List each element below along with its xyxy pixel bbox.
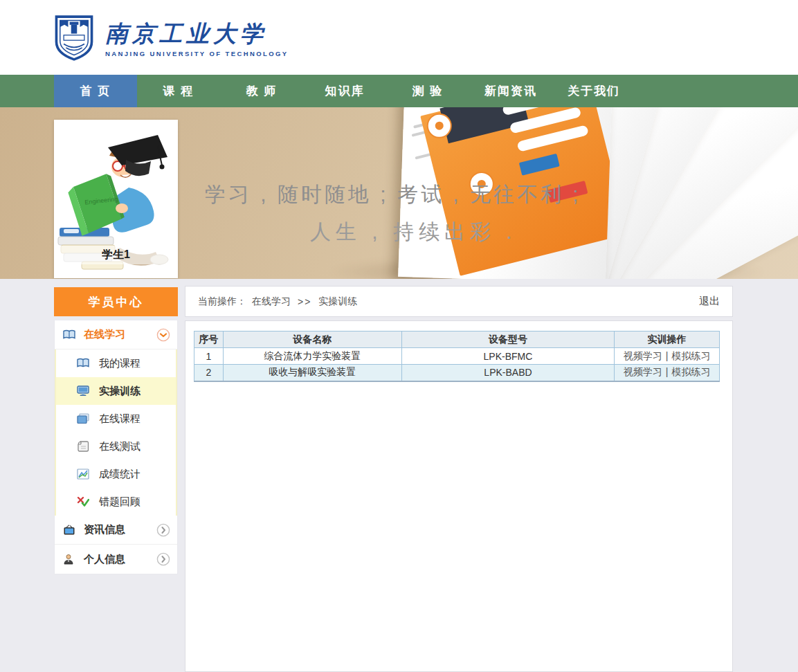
chevron-right-icon[interactable] — [156, 552, 170, 566]
sidebar-item-label: 在线学习 — [84, 328, 125, 341]
sidebar-item-online-courses[interactable]: 在线课程 — [56, 405, 176, 433]
wrong-answer-review-icon — [77, 496, 89, 507]
nav-item-knowledge[interactable]: 知识库 — [303, 75, 386, 107]
university-name-en: NANJING UNIVERSITY OF TECHNOLOGY — [105, 50, 289, 57]
breadcrumb: 当前操作： 在线学习 >> 实操训练 退出 — [185, 286, 733, 317]
site-header: 南京工业大学 NANJING UNIVERSITY OF TECHNOLOGY — [0, 0, 798, 75]
student-name-label: 学生1 — [54, 246, 178, 264]
windows-icon — [77, 413, 89, 424]
sidebar-title[interactable]: 学员中心 — [54, 287, 178, 316]
hero-banner: 学习 , 随时随地 ; 考试 , 无往不利 ; 人生 , 持续出彩 . — [0, 107, 798, 279]
video-study-link[interactable]: 视频学习 — [624, 366, 662, 377]
breadcrumb-prefix: 当前操作： — [198, 296, 246, 308]
cell-operations: 视频学习|模拟练习 — [615, 348, 720, 365]
university-shield-icon — [54, 15, 94, 61]
university-logo: 南京工业大学 NANJING UNIVERSITY OF TECHNOLOGY — [54, 15, 289, 61]
sidebar-item-wrong-questions[interactable]: 错题回顾 — [56, 488, 176, 516]
online-study-submenu: 我的课程 实操训练 在线课程 — [55, 349, 177, 516]
book-icon — [63, 329, 75, 340]
mini-login-button — [519, 154, 560, 176]
action-separator: | — [666, 350, 669, 361]
sidebar-item-my-courses[interactable]: 我的课程 — [56, 349, 176, 377]
cell-no: 1 — [194, 348, 224, 365]
sidebar-item-news-info[interactable]: 资讯信息 — [55, 516, 177, 545]
content-panel: 序号 设备名称 设备型号 实训操作 1 综合流体力学实验装置 LPK-BFMC … — [185, 320, 733, 672]
sidebar-item-label: 在线课程 — [99, 412, 140, 426]
logout-button[interactable]: 退出 — [699, 295, 720, 308]
cell-device-model: LPK-BABD — [401, 365, 614, 381]
nav-item-news[interactable]: 新闻资讯 — [469, 75, 552, 107]
table-row: 1 综合流体力学实验装置 LPK-BFMC 视频学习|模拟练习 — [194, 348, 720, 365]
nav-item-courses[interactable]: 课 程 — [137, 75, 220, 107]
banner-slogan-line2: 人生 , 持续出彩 . — [310, 218, 517, 246]
chevron-down-icon[interactable] — [156, 328, 170, 342]
col-header-operations: 实训操作 — [615, 332, 720, 348]
breadcrumb-page: 实操训练 — [318, 296, 357, 308]
tv-icon — [63, 525, 75, 536]
sidebar-item-label: 在线测试 — [99, 440, 140, 453]
video-study-link[interactable]: 视频学习 — [624, 350, 662, 361]
chart-icon — [77, 469, 89, 480]
student-card: Engineering 学生1 — [54, 120, 178, 278]
sidebar-item-score-stats[interactable]: 成绩统计 — [56, 460, 176, 488]
sidebar: 学员中心 在线学习 我的课程 — [54, 287, 178, 574]
nav-item-about[interactable]: 关于我们 — [552, 75, 635, 107]
breadcrumb-separator: >> — [298, 296, 311, 307]
sidebar-item-personal-info[interactable]: 个人信息 — [55, 545, 177, 574]
simulation-practice-link[interactable]: 模拟练习 — [671, 350, 710, 361]
sidebar-item-label: 成绩统计 — [99, 468, 140, 481]
sidebar-item-label: 错题回顾 — [99, 496, 140, 509]
sidebar-item-label: 个人信息 — [84, 553, 125, 566]
main-nav: 首 页 课 程 教 师 知识库 测 验 新闻资讯 关于我们 — [0, 75, 798, 107]
cell-device-name: 综合流体力学实验装置 — [223, 348, 401, 365]
chevron-right-icon[interactable] — [156, 523, 170, 537]
col-header-device-name: 设备名称 — [223, 332, 401, 348]
cell-operations: 视频学习|模拟练习 — [615, 365, 720, 381]
sidebar-item-practical-training[interactable]: 实操训练 — [56, 377, 176, 405]
table-header-row: 序号 设备名称 设备型号 实训操作 — [194, 332, 720, 348]
nav-item-home[interactable]: 首 页 — [54, 75, 137, 107]
device-table: 序号 设备名称 设备型号 实训操作 1 综合流体力学实验装置 LPK-BFMC … — [194, 331, 720, 382]
col-header-no: 序号 — [194, 332, 224, 348]
table-row: 2 吸收与解吸实验装置 LPK-BABD 视频学习|模拟练习 — [194, 365, 720, 381]
nav-item-teachers[interactable]: 教 师 — [220, 75, 303, 107]
nav-item-tests[interactable]: 测 验 — [386, 75, 469, 107]
scroll-icon — [77, 441, 89, 452]
cell-no: 2 — [194, 365, 224, 381]
sidebar-item-label: 资讯信息 — [84, 523, 125, 536]
cell-device-model: LPK-BFMC — [401, 348, 614, 365]
person-icon — [63, 554, 75, 565]
sidebar-item-online-tests[interactable]: 在线测试 — [56, 433, 176, 460]
simulation-practice-link[interactable]: 模拟练习 — [671, 366, 710, 377]
sidebar-item-online-study[interactable]: 在线学习 — [55, 320, 177, 349]
book-icon — [77, 358, 89, 369]
col-header-device-model: 设备型号 — [401, 332, 614, 348]
sidebar-item-label: 我的课程 — [99, 357, 140, 370]
monitor-icon — [77, 385, 89, 397]
university-name-cn: 南京工业大学 — [105, 19, 289, 48]
main-content: 当前操作： 在线学习 >> 实操训练 退出 序号 设备名称 设备型号 实训操作 — [185, 286, 733, 672]
action-separator: | — [666, 366, 669, 377]
sidebar-item-label: 实操训练 — [99, 385, 140, 398]
cell-device-name: 吸收与解吸实验装置 — [223, 365, 401, 381]
banner-slogan-line1: 学习 , 随时随地 ; 考试 , 无往不利 ; — [205, 181, 581, 209]
page-root: 南京工业大学 NANJING UNIVERSITY OF TECHNOLOGY … — [0, 0, 798, 672]
breadcrumb-section: 在线学习 — [252, 296, 291, 308]
